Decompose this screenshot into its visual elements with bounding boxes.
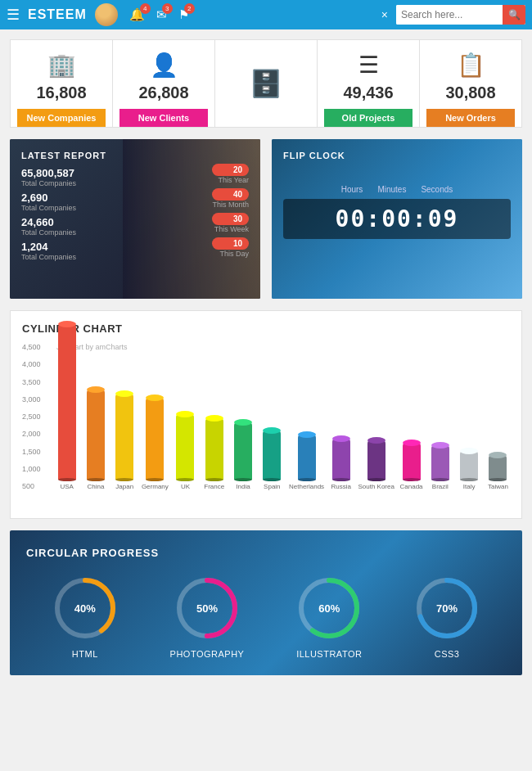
avatar[interactable] <box>95 3 118 26</box>
bar-label-china: China <box>87 483 104 490</box>
clock-title: FLIP CLOCK <box>283 151 511 160</box>
chart-bar-germany: Germany <box>142 398 169 490</box>
mail-badge: 3 <box>162 3 173 14</box>
database-icon: 🗄️ <box>250 68 282 99</box>
stat-cards: 🏢 16,808 New Companies 👤 26,808 New Clie… <box>10 39 522 128</box>
projects-bar: Old Projects <box>324 109 413 127</box>
chart-bar-france: France <box>202 418 226 490</box>
orders-icon: 📋 <box>457 52 485 79</box>
report-title: LATEST REPORT <box>21 151 249 160</box>
report-sub-2: Total Companies <box>21 228 249 237</box>
chart-area: 500 1,000 1,500 2,000 2,500 3,000 3,500 … <box>22 343 510 507</box>
clients-bar: New Clients <box>119 109 208 127</box>
close-button[interactable]: × <box>381 8 388 21</box>
chart-y-axis: 500 1,000 1,500 2,000 2,500 3,000 3,500 … <box>22 343 41 490</box>
cylinder-chart-section: CYLINDER CHART 500 1,000 1,500 2,000 2,5… <box>10 310 522 519</box>
report-num-2: 24,660 <box>21 216 249 228</box>
companies-icon: 🏢 <box>47 52 76 79</box>
clients-icon: 👤 <box>150 52 178 79</box>
progress-pct-css3: 70% <box>436 602 458 615</box>
circular-title: CIRCULAR PROGRESS <box>26 547 506 559</box>
flag-badge: 2 <box>184 3 195 14</box>
projects-number: 49,436 <box>343 83 393 102</box>
hours-label: Hours <box>341 185 363 194</box>
bar-label-uk: UK <box>181 483 190 490</box>
report-num-1: 2,690 <box>21 192 249 204</box>
progress-ring-photography: 50% <box>174 575 240 641</box>
bar-label-japan: Japan <box>115 483 133 490</box>
bar-label-canada: Canada <box>400 483 423 490</box>
circular-label-photography: PHOTOGRAPHY <box>170 649 245 659</box>
progress-pct-html: 40% <box>74 602 96 615</box>
header-icons: 🔔 4 ✉ 3 ⚑ 2 <box>129 7 189 22</box>
bar-label-taiwan: Taiwan <box>488 483 508 490</box>
chart-bar-brazil: Brazil <box>428 445 452 490</box>
orders-bar: New Orders <box>426 109 515 127</box>
search-button[interactable]: 🔍 <box>503 5 525 25</box>
companies-number: 16,808 <box>36 83 86 102</box>
chart-bar-spain: Spain <box>260 431 284 490</box>
report-row-1: 2,690 Total Companies <box>21 192 249 212</box>
bar-label-netherlands: Netherlands <box>289 483 324 490</box>
orders-number: 30,808 <box>445 83 495 102</box>
circular-label-css3: CSS3 <box>435 649 460 659</box>
bar-label-germany: Germany <box>142 483 169 490</box>
report-row-0: 65,800,587 Total Companies <box>21 167 249 187</box>
circular-label-illustrator: ILLUSTRATOR <box>296 649 362 659</box>
circular-items: 40% HTML 50% PHOTOGRAPHY 60% ILLUSTRATOR <box>26 575 506 659</box>
circular-item-css3: 70% CSS3 <box>414 575 480 659</box>
report-row-3: 1,204 Total Companies <box>21 241 249 261</box>
bar-label-usa: USA <box>60 483 73 490</box>
chart-bars: USAChinaJapanGermanyUKFranceIndiaSpainNe… <box>55 343 510 507</box>
circular-item-illustrator: 60% ILLUSTRATOR <box>296 575 362 659</box>
bar-label-france: France <box>204 483 224 490</box>
chart-bar-india: India <box>231 422 255 490</box>
progress-pct-photography: 50% <box>196 602 218 615</box>
mail-icon[interactable]: ✉ 3 <box>156 7 167 22</box>
progress-ring-illustrator: 60% <box>296 575 362 641</box>
main-content: 🏢 16,808 New Companies 👤 26,808 New Clie… <box>0 29 532 685</box>
minutes-label: Minutes <box>377 185 406 194</box>
search-input[interactable] <box>396 5 503 25</box>
header: ☰ ESTEEM 🔔 4 ✉ 3 ⚑ 2 × 🔍 <box>0 0 532 29</box>
progress-ring-css3: 70% <box>414 575 480 641</box>
circular-item-html: 40% HTML <box>52 575 118 659</box>
report-sub-3: Total Companies <box>21 253 249 261</box>
chart-bar-russia: Russia <box>329 439 353 490</box>
bar-label-spain: Spain <box>264 483 280 490</box>
chart-bar-canada: Canada <box>399 443 423 490</box>
report-sub-0: Total Companies <box>21 179 249 187</box>
chart-bar-usa: USA <box>55 324 79 490</box>
stat-card-projects: ☰ 49,436 Old Projects <box>318 40 420 127</box>
panels-row: LATEST REPORT 65,800,587 Total Companies… <box>10 139 522 299</box>
flag-icon[interactable]: ⚑ 2 <box>178 7 189 22</box>
bar-label-russia: Russia <box>331 483 351 490</box>
circular-progress-section: CIRCULAR PROGRESS 40% HTML 50% PHOTOGRAP… <box>10 530 522 675</box>
stat-card-db: 🗄️ <box>215 40 318 127</box>
flip-clock-panel: FLIP CLOCK Hours Minutes Seconds 00:00:0… <box>272 139 522 299</box>
seconds-label: Seconds <box>421 185 453 194</box>
projects-icon: ☰ <box>358 52 379 79</box>
chart-title: CYLINDER CHART <box>22 322 510 335</box>
chart-bar-south korea: South Korea <box>358 440 394 490</box>
companies-bar: New Companies <box>17 109 106 127</box>
menu-icon[interactable]: ☰ <box>7 6 20 24</box>
chart-bar-uk: UK <box>174 414 197 490</box>
stat-card-clients: 👤 26,808 New Clients <box>113 40 215 127</box>
bar-label-italy: Italy <box>463 483 476 490</box>
circular-label-html: HTML <box>72 649 98 659</box>
clock-display: 00:00:09 <box>283 199 511 239</box>
search-box: 🔍 <box>396 5 525 25</box>
chart-bar-taiwan: Taiwan <box>486 455 510 490</box>
report-row-2: 24,660 Total Companies <box>21 216 249 237</box>
bar-label-brazil: Brazil <box>432 483 449 490</box>
notifications-icon[interactable]: 🔔 4 <box>129 7 145 22</box>
report-num-0: 65,800,587 <box>21 167 249 179</box>
clock-content: FLIP CLOCK Hours Minutes Seconds 00:00:0… <box>272 139 522 250</box>
clients-number: 26,808 <box>138 83 188 102</box>
chart-bar-china: China <box>83 390 107 490</box>
chart-bar-netherlands: Netherlands <box>289 435 324 490</box>
progress-ring-html: 40% <box>52 575 118 641</box>
latest-report-panel: LATEST REPORT 65,800,587 Total Companies… <box>10 139 260 299</box>
bar-label-india: India <box>236 483 250 490</box>
